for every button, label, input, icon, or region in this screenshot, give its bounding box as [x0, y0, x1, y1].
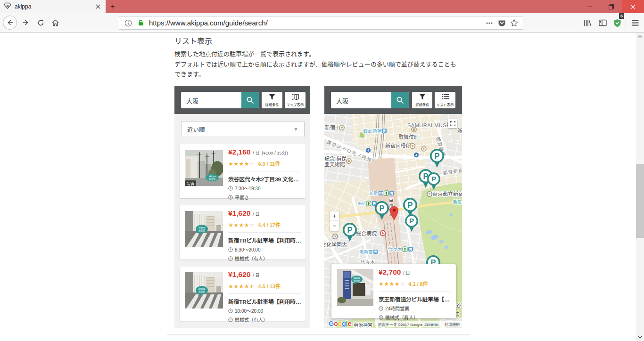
pocket-icon[interactable]	[495, 17, 508, 29]
url-bar[interactable]: https://www.akippa.com/guide/search/	[119, 16, 523, 30]
map-label: 西武新宿	[363, 128, 382, 134]
card-divider	[379, 291, 451, 292]
list-icon	[442, 94, 449, 99]
sidebar-icon[interactable]	[595, 16, 610, 30]
svg-text:a: a	[7, 3, 9, 8]
price-unit: / 日	[253, 273, 260, 278]
price-unit: / 日	[403, 270, 410, 276]
page-info-icon[interactable]	[122, 17, 134, 29]
map-label: 総合病院	[356, 230, 377, 236]
svg-text:P: P	[379, 204, 384, 212]
window-close-button[interactable]	[622, 0, 644, 13]
paragraph-line: できます。	[174, 69, 456, 80]
page-content: リスト表示 検索した地点付近の駐車場が一覧で表示されます。デフォルトでは近い順で…	[0, 32, 636, 341]
window-restore-button[interactable]	[601, 0, 622, 13]
scrollbar-up-arrow[interactable]	[636, 32, 644, 41]
map-label: 新宿	[457, 128, 462, 134]
search-button	[241, 92, 259, 108]
map-label: 新宿	[358, 201, 366, 206]
clock-icon	[228, 247, 233, 252]
map-label: 亜美術館	[324, 161, 345, 167]
svg-text:駐車場: 駐車場	[198, 229, 205, 232]
parking-card: akippa 駐車場 写真¥2,160 / 日 (¥100 / 15分)★★★★…	[180, 144, 305, 198]
scrollbar-down-arrow[interactable]	[636, 333, 644, 341]
page-actions-icon[interactable]	[483, 17, 495, 29]
clock-icon	[228, 186, 233, 191]
reload-button[interactable]	[33, 16, 48, 30]
https-lock-icon[interactable]	[134, 17, 147, 29]
svg-text:P: P	[230, 257, 231, 260]
funnel-icon	[269, 94, 275, 100]
toolbar-separator	[626, 18, 626, 28]
list-view-button: リスト表示	[435, 92, 455, 108]
paragraph-line: 検索した地点付近の駐車場が一覧で表示されます。	[174, 49, 456, 59]
map-label: 新宿	[370, 191, 378, 195]
parking-price: ¥2,160	[228, 148, 250, 156]
titlebar: a akippa +	[0, 0, 644, 13]
parking-price: ¥2,700	[379, 268, 401, 276]
parking-card: akippa 駐車場 ¥1,620 / 日 ★★★★☆★4.5 / 13件新宿T…	[180, 267, 305, 321]
clock-icon	[379, 306, 383, 311]
shield-badge: 6	[619, 13, 624, 19]
hours-text: 8:30〜20:00	[235, 246, 261, 253]
new-tab-button[interactable]: +	[106, 0, 120, 13]
window-minimize-button[interactable]	[579, 0, 601, 13]
parking-type-icon: P	[379, 315, 383, 320]
forward-button[interactable]	[19, 16, 33, 30]
type-row: P機械式（有人）	[228, 255, 301, 262]
sort-value: 近い順	[187, 125, 293, 134]
zoom-out-button: −	[330, 221, 339, 230]
home-button[interactable]	[48, 16, 62, 30]
app-search-field: 大阪	[181, 92, 259, 108]
map: SAMURAI MUSE 新宿中 西武新宿 歌舞伎町 新宿区役所 東京メトロ丸ノ…	[324, 114, 462, 328]
sort-dropdown: 近い順 ▼	[181, 121, 305, 137]
filter-button: 詳細条件	[412, 92, 432, 108]
star-rating-icons: ★★★★☆	[228, 161, 255, 167]
screenshot-list-view: 大阪 詳細条件 マップ表示 近い順 ▼	[174, 86, 310, 328]
url-text[interactable]: https://www.akippa.com/guide/search/	[149, 19, 483, 27]
app-search-field: 大阪	[331, 92, 409, 108]
favicon-akippa-icon: a	[4, 2, 11, 11]
library-icon[interactable]	[580, 16, 594, 30]
map-fullscreen-button	[448, 119, 457, 128]
type-row: P機械式（有人）	[379, 314, 451, 321]
svg-text:P: P	[230, 318, 231, 321]
caret-down-icon: ▼	[293, 126, 298, 132]
svg-text:e: e	[348, 320, 352, 327]
hours-row: 8:30〜20:00	[228, 246, 301, 253]
type-text: 機械式（有人）	[385, 314, 418, 321]
scrollbar-thumb[interactable]	[636, 164, 644, 238]
svg-text:P: P	[407, 201, 413, 209]
svg-text:P: P	[431, 175, 436, 183]
map-icon	[292, 94, 299, 100]
screenshot-map-view: 大阪 詳細条件 リスト表示	[324, 86, 462, 328]
parking-type-icon: P	[228, 317, 233, 322]
star-rating-icons: ★★★★☆★	[228, 283, 255, 290]
bookmark-star-icon[interactable]	[508, 17, 520, 29]
browser-tab[interactable]: a akippa	[0, 0, 106, 13]
list-body: 近い順 ▼ akippa 駐車場 写真¥2,160 / 日 (¥100 / 15…	[174, 114, 310, 328]
app-header: 大阪 詳細条件 マップ表示	[174, 86, 310, 114]
map-attribution: 地図データ ©2017 Google, ZENRIN 利用規約	[376, 321, 462, 327]
vertical-scrollbar[interactable]	[636, 32, 644, 341]
svg-text:駐車場: 駐車場	[354, 279, 360, 283]
attribution-text: 地図データ ©2017 Google, ZENRIN	[378, 322, 438, 327]
map-label: 南新宿	[359, 249, 373, 254]
price-unit: / 日	[253, 211, 260, 217]
map-label: 歌舞伎町	[398, 134, 419, 140]
parking-photo: akippa 駐車場	[337, 269, 373, 306]
page-heading: リスト表示	[174, 35, 212, 46]
back-button[interactable]	[3, 16, 17, 30]
map-label: 新宿中	[325, 124, 340, 130]
terms-link: 利用規約	[445, 322, 460, 327]
parking-price: ¥1,620	[228, 270, 250, 278]
map-label: 文化学園大	[324, 242, 347, 248]
rating-text: 4.5 / 13件	[258, 284, 281, 289]
tab-close-icon[interactable]	[94, 3, 102, 11]
svg-text:P: P	[230, 196, 231, 199]
zoom-in-button: +	[330, 211, 339, 221]
adblock-shield-icon[interactable]: 6	[610, 16, 624, 30]
parking-type-icon: P	[228, 195, 233, 200]
hamburger-menu-icon[interactable]	[628, 16, 642, 30]
hours-row: 24時間営業	[379, 305, 451, 312]
